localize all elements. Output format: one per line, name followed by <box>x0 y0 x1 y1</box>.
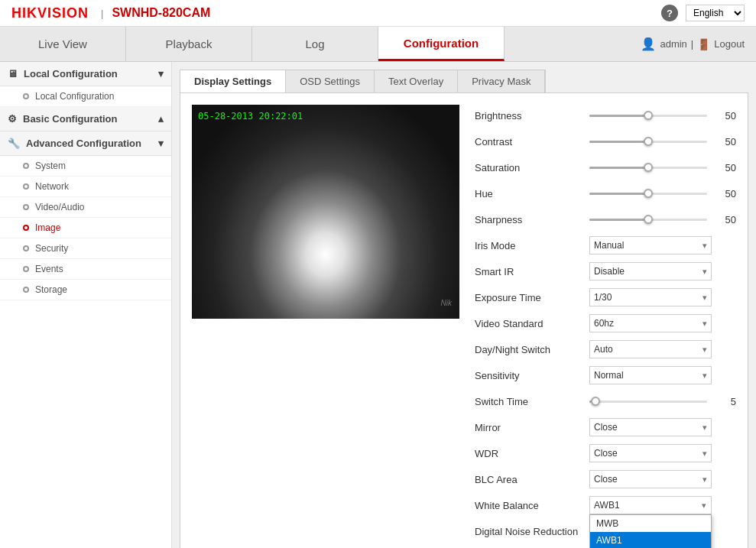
hue-track <box>589 193 707 195</box>
brand-logo: HIKVISION <box>11 5 89 21</box>
sensitivity-row: Sensitivity Low Normal High <box>475 365 736 386</box>
brightness-thumb[interactable] <box>644 111 653 120</box>
wdr-select[interactable]: Close Open <box>589 444 712 462</box>
iris-mode-row: Iris Mode Manual Auto <box>475 235 736 256</box>
sub-tab-text-overlay[interactable]: Text Overlay <box>375 70 458 92</box>
header-right: ? English Chinese French Spanish <box>661 5 745 21</box>
tab-live-view[interactable]: Live View <box>0 27 126 61</box>
sidebar-item-security[interactable]: Security <box>0 238 171 259</box>
brightness-row: Brightness 50 <box>475 105 736 126</box>
sharpness-value: 50 <box>713 214 736 225</box>
sidebar-item-network[interactable]: Network <box>0 177 171 197</box>
local-config-label: Local Configuration <box>24 68 118 79</box>
logout-button[interactable]: Logout <box>714 38 745 50</box>
switch-time-thumb[interactable] <box>591 397 600 406</box>
smart-ir-select[interactable]: Disable Enable <box>589 262 712 280</box>
sidebar-section-local-config[interactable]: 🖥 Local Configuration ▾ <box>0 62 171 86</box>
switch-time-track <box>589 400 707 403</box>
saturation-value: 50 <box>713 162 736 173</box>
sensitivity-select[interactable]: Low Normal High <box>589 366 712 384</box>
brightness-slider-container <box>589 115 707 117</box>
video-standard-row: Video Standard 50hz 60hz <box>475 313 736 334</box>
wdr-row: WDR Close Open <box>475 443 736 464</box>
wb-option-mwb[interactable]: MWB <box>590 515 711 532</box>
sharpness-fill <box>589 219 648 221</box>
saturation-track <box>589 167 707 169</box>
camera-watermark: Nik <box>441 299 452 307</box>
tab-configuration[interactable]: Configuration <box>378 27 505 61</box>
logout-icon: 🚪 <box>697 38 710 50</box>
day-night-switch-row: Day/Night Switch Auto Day Night Schedule… <box>475 339 736 360</box>
help-button[interactable]: ? <box>661 5 678 21</box>
video-standard-select[interactable]: 50hz 60hz <box>589 314 712 332</box>
wdr-dropdown[interactable]: Close Open <box>589 444 712 462</box>
blc-area-label: BLC Area <box>475 474 589 485</box>
header: HIKVISION | SWNHD-820CAM ? English Chine… <box>0 0 756 27</box>
mirror-dropdown[interactable]: Close Open <box>589 418 712 436</box>
sharpness-row: Sharpness 50 <box>475 209 736 230</box>
hue-control: 50 <box>589 188 736 199</box>
saturation-fill <box>589 167 648 169</box>
saturation-row: Saturation 50 <box>475 157 736 178</box>
local-config-toggle: ▾ <box>158 68 164 79</box>
camera-timestamp: 05-28-2013 20:22:01 <box>198 111 303 122</box>
day-night-select[interactable]: Auto Day Night Scheduled <box>589 340 712 358</box>
day-night-dropdown[interactable]: Auto Day Night Scheduled <box>589 340 712 358</box>
sidebar-section-advanced-config[interactable]: 🔧 Advanced Configuration ▾ <box>0 131 171 156</box>
sub-tab-osd-settings[interactable]: OSD Settings <box>286 70 375 92</box>
sub-tab-display-settings[interactable]: Display Settings <box>180 70 286 92</box>
dot-icon <box>23 287 29 293</box>
night-scene <box>192 105 459 319</box>
language-selector[interactable]: English Chinese French Spanish <box>686 5 745 21</box>
sidebar-item-system[interactable]: System <box>0 156 171 177</box>
sidebar-item-events[interactable]: Events <box>0 259 171 280</box>
tab-log[interactable]: Log <box>252 27 378 61</box>
sensitivity-dropdown[interactable]: Low Normal High <box>589 366 712 384</box>
brightness-value: 50 <box>713 110 736 122</box>
brand-model: SWNHD-820CAM <box>112 6 210 20</box>
white-balance-display[interactable]: AWB1 <box>589 496 712 514</box>
video-standard-dropdown[interactable]: 50hz 60hz <box>589 314 712 332</box>
wdr-label: WDR <box>475 448 589 459</box>
sidebar-item-video-audio[interactable]: Video/Audio <box>0 197 171 218</box>
sidebar-item-local-configuration[interactable]: Local Configuration <box>0 86 171 107</box>
contrast-control: 50 <box>589 136 736 148</box>
hue-slider-container <box>589 193 707 195</box>
iris-mode-dropdown[interactable]: Manual Auto <box>589 236 712 255</box>
settings-layout: 05-28-2013 20:22:01 Nik Brightness <box>192 105 736 548</box>
video-standard-label: Video Standard <box>475 318 589 329</box>
blc-area-dropdown[interactable]: Close Open <box>589 470 712 488</box>
sub-tab-privacy-mask[interactable]: Privacy Mask <box>458 70 545 92</box>
tab-playback[interactable]: Playback <box>126 27 252 61</box>
sidebar-item-storage[interactable]: Storage <box>0 280 171 300</box>
saturation-thumb[interactable] <box>644 163 653 172</box>
exposure-time-dropdown[interactable]: 1/25 1/30 1/50 1/60 1/100 <box>589 288 712 306</box>
blc-area-row: BLC Area Close Open <box>475 469 736 490</box>
contrast-thumb[interactable] <box>644 137 653 146</box>
blc-area-select[interactable]: Close Open <box>589 470 712 488</box>
day-night-label: Day/Night Switch <box>475 344 589 355</box>
sharpness-label: Sharpness <box>475 214 589 225</box>
sidebar-item-image[interactable]: Image <box>0 218 171 238</box>
smart-ir-dropdown[interactable]: Disable Enable <box>589 262 712 280</box>
iris-mode-select[interactable]: Manual Auto <box>589 236 712 255</box>
hue-thumb[interactable] <box>644 189 653 198</box>
mirror-select[interactable]: Close Open <box>589 418 712 436</box>
sidebar-section-basic-config[interactable]: ⚙ Basic Configuration ▴ <box>0 107 171 131</box>
mirror-row: Mirror Close Open <box>475 417 736 438</box>
white-balance-label: White Balance <box>475 500 589 511</box>
exposure-time-select[interactable]: 1/25 1/30 1/50 1/60 1/100 <box>589 288 712 306</box>
wb-option-awb1[interactable]: AWB1 <box>590 532 711 548</box>
contrast-slider-container <box>589 141 707 143</box>
hue-row: Hue 50 <box>475 183 736 204</box>
contrast-value: 50 <box>713 136 736 148</box>
dot-active-icon <box>23 225 29 231</box>
sub-tabs: Display Settings OSD Settings Text Overl… <box>180 70 546 92</box>
sharpness-thumb[interactable] <box>644 215 653 224</box>
hue-label: Hue <box>475 188 589 199</box>
digital-noise-reduction-label: Digital Noise Reduction <box>475 526 589 537</box>
sharpness-control: 50 <box>589 214 736 225</box>
white-balance-dropdown-container: AWB1 MWB AWB1 Locked WB Incandescent Lam… <box>589 496 712 514</box>
iris-mode-label: Iris Mode <box>475 240 589 251</box>
admin-label: admin <box>660 38 686 50</box>
